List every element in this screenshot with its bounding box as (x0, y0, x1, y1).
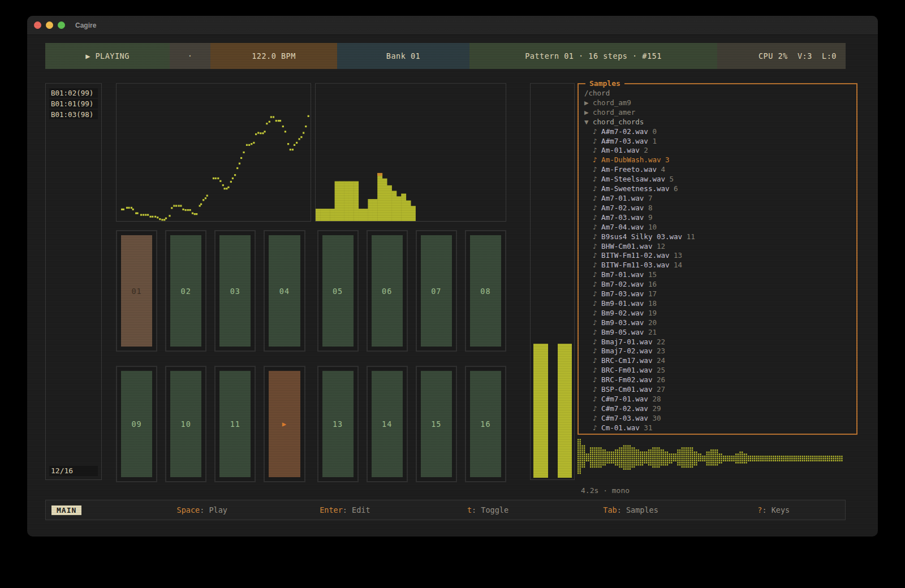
sample-file-name: Am-DubWash.wav (601, 155, 661, 164)
pad-04[interactable]: 04 (264, 230, 305, 352)
sample-file-row[interactable]: ♪ Am7-03.wav 9 (584, 213, 851, 223)
music-note-icon: ♪ (584, 347, 601, 355)
pad-14[interactable]: 14 (367, 366, 408, 482)
sample-file-index: 16 (644, 280, 657, 288)
pad-label: 08 (480, 287, 490, 296)
zoom-button[interactable] (58, 21, 65, 29)
sample-file-row[interactable]: ♪ BITW-Fm11-02.wav 13 (584, 251, 851, 261)
sample-file-row[interactable]: ♪ Am-01.wav 2 (584, 146, 851, 155)
hint-key: Space (177, 505, 200, 514)
sample-file-row[interactable]: ♪ Am-DubWash.wav 3 (584, 155, 851, 165)
sample-file-index: 26 (652, 375, 665, 384)
sample-file-row[interactable]: ♪ Bmaj7-01.wav 22 (584, 338, 851, 347)
sample-file-name: B9sus4 Silky 03.wav (601, 232, 682, 241)
music-note-icon: ♪ (584, 309, 601, 317)
pad-row-2: 091011▶13141516 (116, 366, 506, 482)
pad-13[interactable]: 13 (317, 366, 359, 482)
sample-file-row[interactable]: ♪ BRC-Fm02.wav 26 (584, 375, 851, 385)
sample-file-name: Bm9-05.wav (601, 328, 644, 336)
folder-row[interactable]: ▼ chord_chords (584, 118, 851, 127)
samples-browser[interactable]: Samples /chord▶ chord_am9▶ chord_amer▼ c… (578, 83, 857, 435)
status-segment-pattern: Pattern 01 · 16 steps · #151 (469, 43, 717, 69)
pad-label: 01 (131, 287, 141, 296)
pad-16[interactable]: 16 (465, 366, 506, 482)
sample-file-row[interactable]: ♪ Cm-01.wav 31 (584, 423, 851, 433)
sample-file-name: Bmaj7-01.wav (601, 338, 652, 346)
pad-fill: 03 (219, 235, 251, 347)
pad-15[interactable]: 15 (416, 366, 457, 482)
pad-08[interactable]: 08 (465, 230, 506, 352)
sample-file-row[interactable]: ♪ Bm7-02.wav 16 (584, 280, 851, 289)
sample-file-row[interactable]: ♪ Bm7-03.wav 17 (584, 289, 851, 299)
music-note-icon: ♪ (584, 404, 601, 413)
pad-01[interactable]: 01 (116, 230, 157, 352)
sample-file-row[interactable]: ♪ BSP-Cm01.wav 27 (584, 385, 851, 395)
pad-07[interactable]: 07 (416, 230, 457, 352)
pad-06[interactable]: 06 (367, 230, 408, 352)
sample-file-row[interactable]: ♪ Bm9-02.wav 19 (584, 309, 851, 318)
sample-file-index: 6 (670, 184, 678, 193)
pad-05[interactable]: 05 (317, 230, 359, 352)
sample-file-row[interactable]: ♪ BRC-Fm01.wav 25 (584, 366, 851, 375)
sample-file-index: 21 (644, 328, 657, 336)
hint-space: Space: Play (177, 505, 227, 514)
sample-file-row[interactable]: ♪ Am7-01.wav 7 (584, 194, 851, 204)
pad-label: 05 (333, 287, 343, 296)
music-note-icon: ♪ (584, 242, 601, 250)
pad-12[interactable]: ▶ (264, 366, 305, 482)
voice-list: B01:02(99)B01:01(99)B01:03(98) (46, 88, 101, 119)
sample-file-name: BRC-Fm02.wav (601, 375, 652, 384)
pad-label: 04 (279, 287, 290, 296)
pad-fill: 02 (170, 235, 201, 347)
pad-11[interactable]: 11 (214, 366, 256, 482)
sample-file-index: 15 (644, 270, 657, 279)
folder-row[interactable]: ▶ chord_am9 (584, 98, 851, 108)
pad-fill: ▶ (269, 371, 300, 477)
music-note-icon: ♪ (584, 280, 601, 288)
folder-row[interactable]: ▶ chord_amer (584, 108, 851, 118)
sample-file-row[interactable]: ♪ Am7-02.wav 8 (584, 204, 851, 213)
sample-file-name: Am7-03.wav (601, 213, 644, 222)
sample-file-row[interactable]: ♪ C#m7-01.wav 28 (584, 395, 851, 404)
hint-action: : Toggle (472, 505, 508, 514)
sample-file-row[interactable]: ♪ BRC-Cm17.wav 24 (584, 356, 851, 366)
footer-bar: MAIN Space: PlayEnter: Editt: ToggleTab:… (45, 500, 846, 520)
pad-row-1: 0102030405060708 (116, 230, 506, 352)
sample-file-row[interactable]: ♪ B9sus4 Silky 03.wav 11 (584, 232, 851, 242)
pad-03[interactable]: 03 (214, 230, 256, 352)
minimize-button[interactable] (46, 21, 53, 29)
sample-file-index: 13 (670, 251, 683, 260)
sample-file-row[interactable]: ♪ BHW-Cm01.wav 12 (584, 242, 851, 252)
pad-02[interactable]: 02 (165, 230, 206, 352)
music-note-icon: ♪ (584, 338, 601, 346)
sample-file-row[interactable]: ♪ C#m7-03.wav 30 (584, 414, 851, 423)
pad-label: 11 (230, 420, 240, 429)
sample-file-row[interactable]: ♪ Bm9-03.wav 20 (584, 318, 851, 328)
sample-file-row[interactable]: ♪ A#m7-02.wav 0 (584, 127, 851, 137)
sample-file-row[interactable]: ♪ BITW-Fm11-03.wav 14 (584, 261, 851, 270)
music-note-icon: ♪ (584, 356, 601, 365)
sample-file-row[interactable]: ♪ Bmaj7-02.wav 23 (584, 347, 851, 356)
sample-file-index: 4 (657, 165, 665, 174)
sample-file-index: 31 (640, 423, 653, 432)
sample-file-name: Am-01.wav (601, 146, 640, 154)
sample-file-row[interactable]: ♪ Am7-04.wav 10 (584, 223, 851, 232)
sample-file-row[interactable]: ♪ Bm9-01.wav 18 (584, 299, 851, 309)
sample-file-index: 1 (648, 137, 657, 145)
sample-file-row[interactable]: ♪ C#m7-02.wav 29 (584, 404, 851, 414)
sample-file-row[interactable]: ♪ Am-Freeto.wav 4 (584, 165, 851, 175)
pad-09[interactable]: 09 (116, 366, 157, 482)
music-note-icon: ♪ (584, 204, 601, 212)
sample-file-row[interactable]: ♪ Am-Sweetness.wav 6 (584, 184, 851, 194)
music-note-icon: ♪ (584, 299, 601, 308)
sample-file-row[interactable]: ♪ Bm9-05.wav 21 (584, 328, 851, 338)
music-note-icon: ♪ (584, 184, 601, 193)
sample-file-row[interactable]: ♪ Am-Steelsaw.wav 5 (584, 175, 851, 184)
sample-file-row[interactable]: ♪ Bm7-01.wav 15 (584, 270, 851, 280)
pad-10[interactable]: 10 (165, 366, 206, 482)
close-button[interactable] (34, 21, 41, 29)
status-segment-bpm: 122.0 BPM (210, 43, 337, 69)
sample-file-row[interactable]: ♪ A#m7-03.wav 1 (584, 137, 851, 146)
sample-file-index: 25 (652, 366, 665, 374)
traffic-lights (34, 21, 65, 29)
